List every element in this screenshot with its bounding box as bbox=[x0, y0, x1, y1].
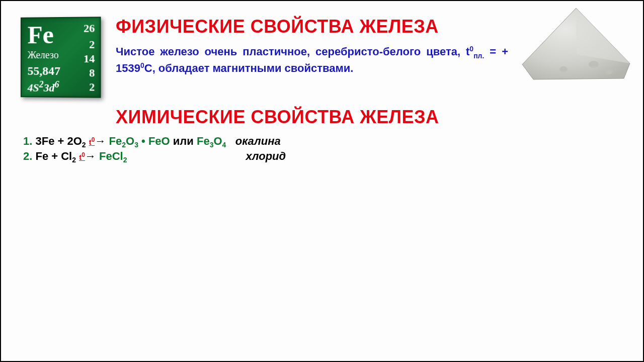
equation-2-label: хлорид bbox=[246, 150, 286, 163]
physical-description: Чистое железо очень пластичное, серебрис… bbox=[116, 44, 508, 76]
tile-number-5: 2 bbox=[89, 80, 95, 94]
heading-physical: ФИЗИЧЕСКИЕ СВОЙСТВА ЖЕЛЕЗА bbox=[116, 16, 439, 37]
equation-1: 1. 3Fe + 2O2 t0→ Fe2O3 • FeO или Fe3O4 о… bbox=[23, 135, 286, 149]
tile-number-2: 2 bbox=[89, 38, 95, 51]
heading-chemical: ХИМИЧЕСКИЕ СВОЙСТВА ЖЕЛЕЗА bbox=[116, 107, 439, 128]
element-tile: Fe Железо 55,847 4S23d6 26 2 14 8 2 bbox=[21, 17, 101, 98]
svg-point-3 bbox=[559, 66, 568, 72]
tile-number-1: 26 bbox=[84, 22, 95, 35]
tile-number-3: 14 bbox=[84, 52, 95, 65]
element-name: Железо bbox=[28, 49, 59, 61]
equations-block: 1. 3Fe + 2O2 t0→ Fe2O3 • FeO или Fe3O4 о… bbox=[23, 135, 286, 165]
element-mass: 55,847 bbox=[28, 64, 60, 78]
equation-1-label: окалина bbox=[235, 135, 281, 147]
element-symbol: Fe bbox=[28, 20, 54, 49]
electron-config: 4S23d6 bbox=[28, 79, 59, 95]
svg-point-4 bbox=[605, 69, 612, 74]
iron-sample-image bbox=[518, 4, 634, 84]
svg-point-2 bbox=[589, 61, 599, 68]
equation-2: 2. Fe + Cl2 t0→ FeCl2 хлорид bbox=[23, 150, 286, 164]
tile-number-4: 8 bbox=[89, 66, 95, 79]
